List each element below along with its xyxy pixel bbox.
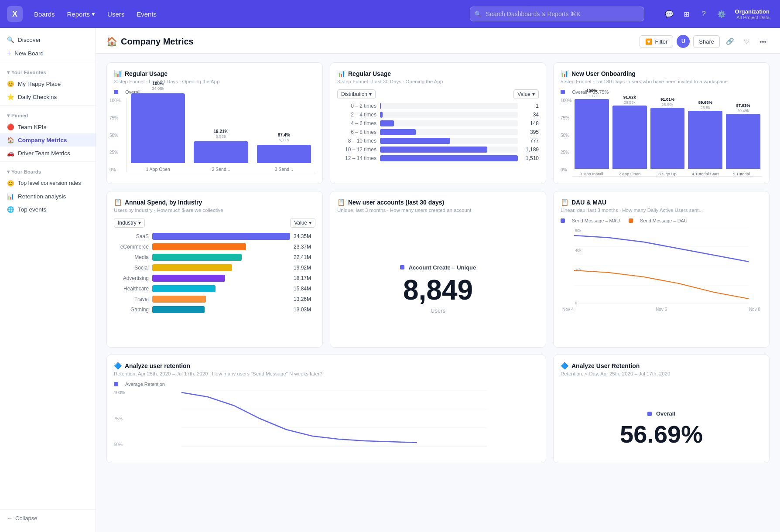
sidebar-item-new-board[interactable]: + New Board [0, 46, 96, 60]
legend-dot-3 [561, 90, 565, 94]
pinned-section[interactable]: ▾ Pinned [0, 107, 96, 120]
help-icon-btn[interactable]: ? [697, 7, 712, 21]
daily-checkins-icon: ⭐ [7, 93, 14, 100]
dist-row-6: 12 – 14 times 1,510 [337, 154, 539, 163]
value-chevron-icon: ▾ [532, 91, 535, 97]
sidebar-item-daily-checkins[interactable]: ⭐ Daily Checkins [0, 90, 96, 103]
svg-text:40k: 40k [575, 248, 582, 252]
spend-value-dropdown[interactable]: Value ▾ [290, 218, 315, 228]
industry-row-saas: SaaS 34.35M [114, 231, 315, 242]
link-icon[interactable]: 🔗 [723, 35, 736, 48]
sidebar-item-team-kpis[interactable]: 🔴 Team KPIs [0, 120, 96, 133]
comments-icon-btn[interactable]: 💬 [662, 7, 677, 21]
org-info[interactable]: Organization All Project Data [732, 7, 773, 22]
logo[interactable]: X [7, 6, 23, 22]
svg-text:20k: 20k [575, 268, 582, 272]
divider-2 [0, 105, 96, 106]
top-events-icon: 🌐 [7, 206, 14, 213]
mau-legend-dot [561, 218, 565, 223]
main-content: 🏠 Company Metrics 🔽 Filter U Share 🔗 ♡ •… [96, 28, 780, 532]
industry-dropdown[interactable]: Industry ▾ [114, 218, 145, 228]
sidebar-item-discover[interactable]: 🔍 Discover [0, 33, 96, 46]
header-actions: 🔽 Filter U Share 🔗 ♡ ••• [640, 35, 770, 48]
boards-section[interactable]: ▾ Your Boards [0, 164, 96, 177]
heart-icon[interactable]: ♡ [740, 35, 753, 48]
dashboard-grid: 📊 Regular Usage 3-step Funnel · Last 30 … [96, 54, 780, 472]
page-title-emoji: 🏠 [106, 36, 117, 47]
bar-group-3: 87.4% 5,715 3 Send... [257, 133, 311, 172]
sidebar-item-top-level[interactable]: 😊 Top level conversion rates [0, 177, 96, 190]
more-icon[interactable]: ••• [756, 35, 770, 48]
dist-headers: Distribution ▾ Value ▾ [337, 89, 539, 99]
y-axis-labels: 100%75%50%25%0% [109, 98, 121, 172]
value-dropdown[interactable]: Value ▾ [513, 89, 539, 99]
funnel-bar-5: 87.93% 20.49k 5 Tutorial... [726, 103, 760, 176]
card6-icon: 📋 [561, 198, 569, 206]
sidebar-item-company-metrics[interactable]: 🏠 Company Metrics [0, 133, 96, 147]
x-axis-labels: Nov 4 Nov 6 Nov 8 [561, 307, 762, 312]
nav-reports[interactable]: Reports ▾ [63, 7, 100, 20]
bar-chart: 100% 34.05k 1 App Open 19.21% 6,539 [126, 98, 315, 172]
layout: 🔍 Discover + New Board ▾ Your Favorites … [0, 28, 780, 532]
sidebar: 🔍 Discover + New Board ▾ Your Favorites … [0, 28, 96, 532]
funnel-bar-2: 91.62k 28.55k 2 App Open [612, 95, 647, 176]
sidebar-item-happy-place[interactable]: 😊 My Happy Place [0, 77, 96, 90]
card2-subtitle: 3-step Funnel · Last 30 Days · Opening t… [337, 79, 539, 84]
share-button[interactable]: Share [693, 35, 720, 48]
distribution-table: 0 – 2 times 1 2 – 4 times 34 4 – 6 times… [337, 102, 539, 163]
new-board-icon: + [7, 49, 11, 57]
card7-title: 🔷 Analyze user retention [114, 362, 539, 370]
big-number-container: Account Create – Unique 8,849 Users [337, 218, 539, 348]
topnav-right-actions: 💬 ⊞ ? ⚙️ Organization All Project Data [662, 7, 773, 22]
page-header: 🏠 Company Metrics 🔽 Filter U Share 🔗 ♡ •… [96, 28, 780, 54]
topnav: X Boards Reports ▾ Users Events 🔍 💬 ⊞ ? … [0, 0, 780, 28]
search-input[interactable] [470, 7, 644, 21]
card-annual-spend: 📋 Annual Spend, by Industry Users by ind… [106, 191, 323, 348]
mau-line [574, 235, 749, 262]
nav-boards[interactable]: Boards [30, 8, 59, 20]
sidebar-collapse[interactable]: ← Collapse [0, 509, 96, 527]
caret-icon: ▾ [7, 69, 10, 75]
industry-row-travel: Travel 13.26M [114, 294, 315, 304]
overall-dot [647, 412, 652, 416]
sidebar-item-top-events[interactable]: 🌐 Top events [0, 203, 96, 216]
divider-1 [0, 62, 96, 62]
sidebar-item-retention[interactable]: 📊 Retention analysis [0, 190, 96, 203]
industry-rows: SaaS 34.35M eCommerce 23.37M Media 22.41… [114, 231, 315, 315]
card4-subtitle: Users by industry · How much $ are we co… [114, 208, 315, 213]
grid-icon-btn[interactable]: ⊞ [679, 7, 694, 21]
settings-icon-btn[interactable]: ⚙️ [714, 7, 729, 21]
sidebar-item-driver-team[interactable]: 🚗 Driver Team Metrics [0, 147, 96, 160]
industry-row-gaming: Gaming 13.03M [114, 304, 315, 315]
nav-events[interactable]: Events [132, 8, 161, 20]
filter-button[interactable]: 🔽 Filter [640, 35, 673, 48]
search-icon: 🔍 [474, 10, 482, 17]
favorites-section[interactable]: ▾ Your Favorites [0, 64, 96, 77]
funnel-bar-4: 89.68% 23.5k 4 Tutorial Start [688, 100, 722, 176]
funnel-chart: 100% 11.17k 1 App Install 91.62k 28.55k … [573, 98, 762, 177]
filter-icon: 🔽 [645, 38, 652, 45]
big-number-container-2: Overall 56.69% [561, 382, 762, 463]
funnel-bar-1: 100% 11.17k 1 App Install [575, 88, 609, 176]
industry-row-advertising: Advertising 18.17M [114, 273, 315, 283]
retention-curve [181, 392, 417, 443]
industry-row-social: Social 19.92M [114, 263, 315, 273]
card7-subtitle: Retention, Apr 25th, 2020 – Jul 17th, 20… [114, 371, 539, 376]
bar-group-1: 100% 34.05k 1 App Open [131, 81, 185, 172]
page-title: 🏠 Company Metrics [106, 36, 194, 47]
search-container: 🔍 [470, 7, 644, 21]
dist-row-1: 2 – 4 times 34 [337, 110, 539, 119]
nav-users[interactable]: Users [103, 8, 129, 20]
chevron-icon: ▾ [369, 91, 372, 97]
dist-row-2: 4 – 6 times 148 [337, 119, 539, 128]
card4-title: 📋 Annual Spend, by Industry [114, 198, 315, 206]
svg-text:50k: 50k [575, 228, 582, 233]
distribution-dropdown[interactable]: Distribution ▾ [337, 89, 376, 99]
retention-legend-dot [114, 382, 118, 386]
divider-3 [0, 161, 96, 162]
industry-row-media: Media 22.41M [114, 252, 315, 263]
card7-icon: 🔷 [114, 362, 122, 370]
card-analyze-retention: 🔷 Analyze user retention Retention, Apr … [106, 355, 546, 463]
big-number-2: 56.69% [620, 422, 703, 447]
dist-row-3: 6 – 8 times 395 [337, 128, 539, 136]
